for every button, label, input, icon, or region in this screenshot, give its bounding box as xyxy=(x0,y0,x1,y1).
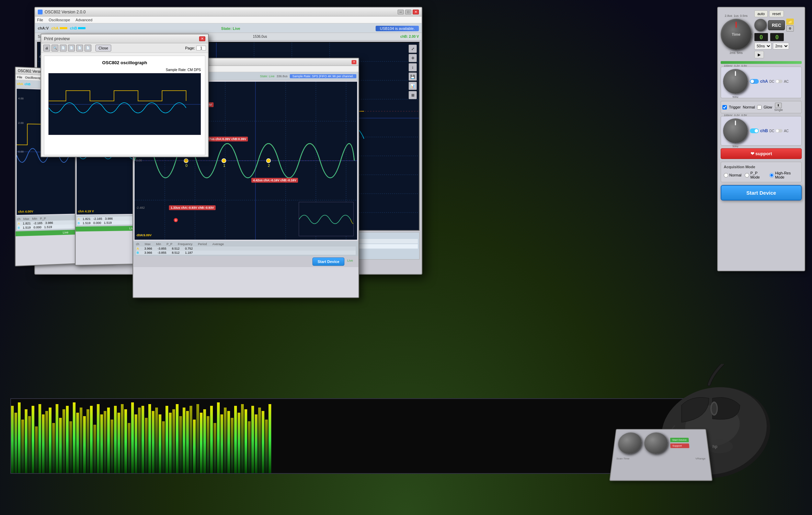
page-icon-4[interactable]: 📄 xyxy=(84,45,91,52)
ch-b-toggle[interactable] xyxy=(750,128,759,133)
w3-a-min: -3.855 xyxy=(158,247,167,250)
title-controls: ─ □ ✕ xyxy=(398,10,419,14)
print-preview-title: Print preview xyxy=(44,36,70,41)
svg-rect-98 xyxy=(165,406,168,473)
device-knob-right[interactable] xyxy=(644,433,668,454)
w1-a-min: -2.165 xyxy=(34,221,43,225)
time-select-2[interactable]: 2ms xyxy=(773,43,789,49)
normal-mode-radio[interactable] xyxy=(724,173,728,178)
device-btn-support[interactable]: Support xyxy=(670,444,689,448)
rec-button[interactable]: REC xyxy=(768,20,785,30)
grid-icon[interactable]: ⊞ xyxy=(409,91,417,99)
svg-rect-74 xyxy=(83,416,86,473)
svg-rect-96 xyxy=(159,414,161,473)
page-icon-3[interactable]: 📄 xyxy=(76,45,83,52)
measure-icon[interactable]: ↕ xyxy=(409,63,417,71)
play-button[interactable]: ▶ xyxy=(754,51,764,58)
zoom-in-icon[interactable]: 🔍 xyxy=(52,45,58,52)
pp-mode-option[interactable]: P_P Mode xyxy=(745,171,766,179)
svg-text:0: 0 xyxy=(185,163,187,168)
w3-col-ch: ch xyxy=(136,242,139,246)
print-icon[interactable]: 🖨 xyxy=(43,45,50,52)
close-print-button[interactable]: Close xyxy=(95,45,111,52)
w3-a-freq: 0.752 xyxy=(185,247,193,250)
svg-rect-56 xyxy=(21,420,24,473)
ch-b-knob-indicator xyxy=(735,121,736,125)
acquisition-mode-section: Acquisition Mode Normal P_P Mode High-Re… xyxy=(721,162,802,182)
ac-label-a: AC xyxy=(784,80,789,83)
device-btn-1[interactable]: Start Device xyxy=(670,438,689,442)
zoom-icon[interactable]: ⤢ xyxy=(409,45,417,53)
title-bar: OSC802 Version 2.0.0 ─ □ ✕ xyxy=(35,8,422,16)
svg-rect-81 xyxy=(107,408,110,473)
folder-icon[interactable]: 📁 xyxy=(786,19,794,25)
time-knob[interactable]: Time xyxy=(721,19,752,50)
w1-col-max: Max xyxy=(23,217,30,221)
minimize-button[interactable]: ─ xyxy=(398,10,404,14)
usb-status-text: USB104 is available. xyxy=(376,26,419,31)
w3-b-max: 3.966 xyxy=(145,251,152,254)
svg-rect-107 xyxy=(196,404,199,473)
svg-rect-99 xyxy=(169,413,172,473)
svg-text:4.00: 4.00 xyxy=(18,97,24,100)
time-knob-container[interactable]: Time xyxy=(721,19,752,50)
chart-icon[interactable]: 📊 xyxy=(409,82,417,90)
print-sample-label: Sample Rate: CM DPS xyxy=(48,68,201,72)
svg-rect-103 xyxy=(183,408,185,473)
auto-button[interactable]: auto xyxy=(754,10,768,17)
high-res-mode-radio[interactable] xyxy=(769,173,774,178)
dc-ac-toggle-b[interactable] xyxy=(776,129,782,133)
time-select-1[interactable]: 50ns xyxy=(754,43,771,49)
spectral-svg xyxy=(11,399,708,473)
maximize-button[interactable]: □ xyxy=(405,10,411,14)
pp-mode-label: P_P Mode xyxy=(750,171,766,179)
save-icon[interactable]: 💾 xyxy=(409,72,417,81)
trigger-section: Trigger Normal Glow ⬆ Single xyxy=(721,101,802,113)
ch-a-toggle[interactable] xyxy=(750,79,759,84)
w3-close[interactable]: ✕ xyxy=(352,60,356,64)
ch-a-controls-row: 100mV 0.2V 0.5V 50hz chA DC xyxy=(723,69,799,94)
svg-rect-71 xyxy=(73,402,76,473)
filter-icon[interactable]: ⚙ xyxy=(786,25,794,32)
device-knob-left[interactable] xyxy=(617,433,642,454)
close-button[interactable]: ✕ xyxy=(413,10,419,14)
w3-start-device-button[interactable]: Start Device xyxy=(312,258,345,266)
high-res-mode-option[interactable]: High-Res Mode xyxy=(769,171,799,179)
svg-rect-61 xyxy=(38,404,41,473)
svg-rect-119 xyxy=(238,413,240,473)
print-preview-close-x[interactable]: ✕ xyxy=(199,36,205,41)
scope-toolbar-icons: ⤢ ✛ ↕ 💾 📊 ⊞ xyxy=(409,45,417,99)
menu-file[interactable]: File xyxy=(37,18,43,22)
page-icon-2[interactable]: 📄 xyxy=(68,45,75,52)
svg-rect-90 xyxy=(138,408,141,473)
dc-ac-toggle-a[interactable] xyxy=(776,80,782,83)
svg-rect-59 xyxy=(32,406,34,473)
high-res-mode-label: High-Res Mode xyxy=(775,171,799,179)
w3-stats: ch Max Min P_P Frequency Period Average … xyxy=(133,241,358,256)
pp-mode-radio[interactable] xyxy=(745,173,749,178)
page-icon-1[interactable]: 📄 xyxy=(60,45,67,52)
page-number-input[interactable] xyxy=(196,46,206,50)
usb-status-bar: USB104 is available. xyxy=(376,25,419,31)
support-button[interactable]: ❤ support xyxy=(721,148,802,159)
cursor-icon[interactable]: ✛ xyxy=(409,54,417,62)
ch-a-knob[interactable] xyxy=(723,69,748,94)
menu-oscilloscope[interactable]: Oscilloscope xyxy=(49,18,70,22)
normal-mode-option[interactable]: Normal xyxy=(724,173,741,178)
start-device-button[interactable]: Start Device xyxy=(721,185,802,201)
svg-rect-123 xyxy=(251,406,254,473)
label-50hz-a: 50hz xyxy=(732,95,738,99)
ch-a-knob-container[interactable]: 100mV 0.2V 0.5V 50hz xyxy=(723,69,748,94)
ch-b-knob[interactable] xyxy=(723,118,748,143)
reset-button[interactable]: reset xyxy=(769,10,784,17)
hardware-device-panel: Start Device Support Scan Time VRange xyxy=(609,429,713,481)
rec-knob[interactable] xyxy=(754,19,767,31)
trigger-checkbox[interactable] xyxy=(722,105,727,110)
trigger-rising-icon[interactable]: ⬆ xyxy=(775,103,782,108)
svg-rect-63 xyxy=(45,411,48,473)
ch-b-knob-container[interactable]: 100mV 0.2V 0.5V 50hz xyxy=(723,118,748,143)
w1-col-min: Min xyxy=(32,217,37,220)
w2-ch-a-val: chA 4.19 V xyxy=(78,209,94,213)
menu-advanced[interactable]: Advanced xyxy=(76,18,92,22)
glow-checkbox[interactable] xyxy=(757,105,762,110)
